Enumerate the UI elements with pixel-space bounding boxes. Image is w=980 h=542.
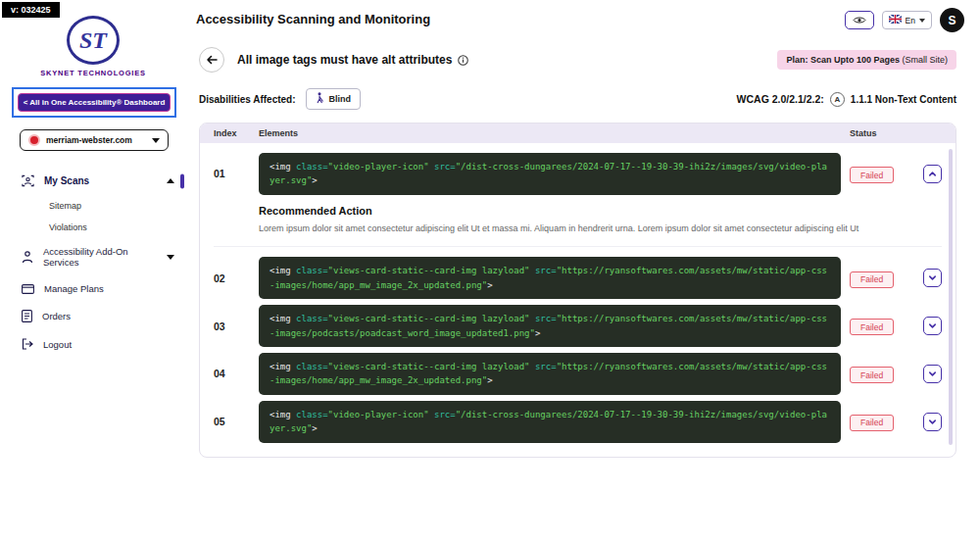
element-code: <img class="video-player-icon" src="/dis… — [259, 153, 841, 195]
chevron-up-icon — [167, 178, 174, 183]
sidebar-item-manage-plans[interactable]: Manage Plans — [0, 275, 186, 302]
sidebar-item-label: Orders — [42, 311, 174, 321]
focus-highlight-box: < All in One Accessibility® Dashboard — [12, 87, 176, 118]
table-body: 01 <img class="video-player-icon" src="/… — [200, 143, 956, 458]
element-code: <img class="views-card-static--card-img … — [259, 257, 841, 299]
column-header-elements: Elements — [259, 128, 850, 138]
wcag-level-badge: A — [830, 92, 845, 107]
brand-name: SKYNET TECHNOLOGIES — [0, 69, 186, 77]
table-row: 01 <img class="video-player-icon" src="/… — [214, 153, 942, 195]
rule-meta-row: Disabilities Affected: Blind WCAG 2.0/2.… — [199, 88, 956, 110]
sidebar-item-violations[interactable]: Violations — [0, 217, 186, 238]
version-badge: v: 032425 — [2, 2, 60, 18]
wcag-group: WCAG 2.0/2.1/2.2: A 1.1.1 Non-Text Conte… — [737, 92, 956, 107]
person-icon — [22, 251, 33, 264]
plan-badge-bold: Plan: Scan Upto 100 Pages — [786, 55, 900, 65]
recommended-action-text: Lorem ipsum dolor sit amet consectetur a… — [259, 222, 942, 235]
rule-header-row: All image tags must have alt attributes … — [199, 47, 956, 73]
sidebar-item-my-scans[interactable]: My Scans — [0, 167, 186, 195]
recommended-action-title: Recommended Action — [259, 205, 942, 217]
active-indicator — [180, 173, 184, 188]
sidebar-item-accessibility-addon-services[interactable]: Accessibility Add-On Services — [0, 238, 186, 275]
table-header-row: Index Elements Status — [200, 123, 956, 143]
wcag-criterion: 1.1.1 Non-Text Content — [851, 94, 956, 105]
eye-icon — [853, 13, 866, 27]
all-in-one-dashboard-button[interactable]: < All in One Accessibility® Dashboard — [18, 93, 171, 112]
element-code: <img class="video-player-icon" src="/dis… — [259, 401, 841, 443]
site-selector-dropdown[interactable]: merriam-webster.com — [20, 129, 169, 151]
back-button[interactable] — [199, 47, 224, 73]
topbar-controls: En S — [845, 8, 964, 32]
row-divider — [214, 246, 942, 247]
disability-chip-blind: Blind — [306, 88, 362, 110]
sidebar-item-label: My Scans — [44, 175, 157, 186]
accessibility-widget-button[interactable] — [845, 11, 874, 29]
table-row: 03 <img class="views-card-static--card-i… — [214, 305, 942, 347]
logo-circle: ST — [67, 16, 120, 65]
logo-monogram: ST — [79, 27, 107, 54]
scrollbar[interactable] — [949, 149, 953, 445]
status-badge: Failed — [850, 167, 894, 183]
sidebar-item-orders[interactable]: Orders — [0, 302, 186, 330]
column-header-status: Status — [850, 128, 912, 138]
sidebar-item-sitemap[interactable]: Sitemap — [0, 195, 186, 217]
row-index: 05 — [214, 416, 259, 427]
disability-chip-label: Blind — [329, 94, 352, 104]
row-index: 01 — [214, 168, 259, 179]
expand-row-button[interactable] — [923, 413, 942, 431]
sidebar-item-label: Manage Plans — [44, 283, 174, 294]
row-index: 02 — [214, 272, 259, 284]
sidebar-item-label: Logout — [43, 339, 174, 350]
chevron-down-icon — [152, 138, 160, 143]
status-badge: Failed — [850, 367, 894, 383]
status-badge: Failed — [850, 319, 894, 335]
account-logo[interactable]: S — [940, 8, 964, 32]
info-icon[interactable] — [458, 55, 468, 66]
table-row: 04 <img class="views-card-static--card-i… — [214, 353, 942, 395]
topbar: Accessibility Scanning and Monitoring En… — [186, 0, 980, 43]
element-code: <img class="views-card-static--card-img … — [259, 305, 841, 347]
rule-title: All image tags must have alt attributes — [237, 53, 452, 67]
main-content: All image tags must have alt attributes … — [199, 47, 956, 458]
row-index: 04 — [214, 368, 259, 379]
violations-table-card: Index Elements Status 01 <img class="vid… — [199, 123, 956, 458]
status-badge: Failed — [850, 415, 894, 431]
site-selector-value: merriam-webster.com — [46, 135, 146, 145]
plan-badge-suffix: (Small Site) — [900, 55, 948, 65]
sidebar: ST SKYNET TECHNOLOGIES < All in One Acce… — [0, 16, 186, 358]
logout-icon — [22, 338, 33, 350]
table-row: 05 <img class="video-player-icon" src="/… — [214, 401, 942, 443]
column-header-index: Index — [214, 128, 259, 138]
document-icon — [22, 310, 32, 322]
collapse-row-button[interactable] — [923, 165, 942, 183]
credit-card-icon — [22, 284, 34, 294]
page-title: Accessibility Scanning and Monitoring — [196, 12, 430, 26]
table-row: 02 <img class="views-card-static--card-i… — [214, 257, 942, 299]
wcag-label: WCAG 2.0/2.1/2.2: — [737, 93, 824, 105]
blind-person-icon — [316, 92, 324, 106]
chevron-down-icon — [167, 255, 174, 260]
sidebar-item-label: Accessibility Add-On Services — [43, 246, 157, 268]
status-badge: Failed — [850, 271, 894, 288]
row-index: 03 — [214, 320, 259, 332]
expand-row-button[interactable] — [923, 269, 942, 287]
disabilities-label: Disabilities Affected: — [199, 94, 296, 105]
column-header-toggle — [912, 128, 942, 138]
plan-badge: Plan: Scan Upto 100 Pages (Small Site) — [777, 50, 956, 70]
sidebar-item-logout[interactable]: Logout — [0, 330, 186, 358]
language-selector[interactable]: En — [882, 11, 932, 29]
language-label: En — [906, 16, 915, 25]
chevron-down-icon — [919, 19, 925, 23]
arrow-left-icon — [206, 53, 218, 68]
expand-row-button[interactable] — [923, 365, 942, 383]
company-logo: ST SKYNET TECHNOLOGIES — [0, 16, 186, 77]
site-favicon — [28, 134, 40, 146]
element-code: <img class="views-card-static--card-img … — [259, 353, 841, 395]
my-scans-icon — [22, 174, 34, 187]
recommended-action-panel: Recommended Action Lorem ipsum dolor sit… — [259, 205, 942, 235]
sidebar-menu: My Scans Sitemap Violations Accessibilit… — [0, 167, 186, 358]
expand-row-button[interactable] — [923, 317, 942, 335]
uk-flag-icon — [889, 15, 902, 25]
